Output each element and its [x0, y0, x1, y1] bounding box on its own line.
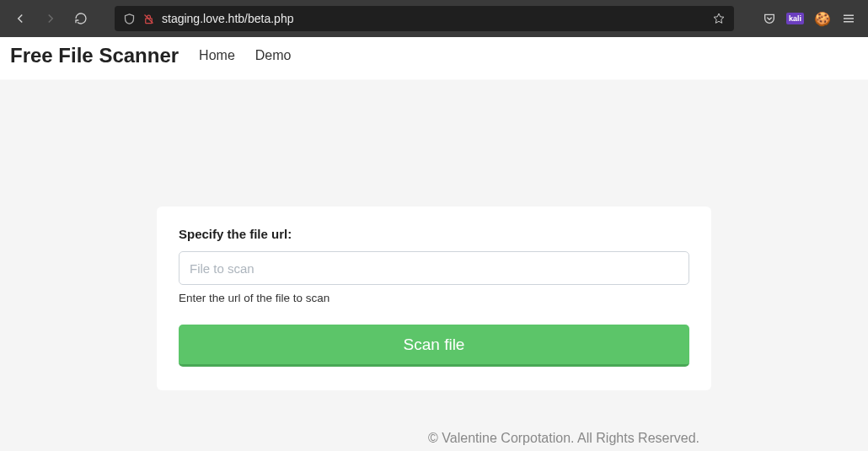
cookie-extension-icon[interactable]: 🍪: [814, 11, 831, 27]
back-button[interactable]: [7, 5, 34, 32]
main-area: Specify the file url: Enter the url of t…: [0, 80, 868, 451]
toolbar-right: kali 🍪: [763, 11, 861, 27]
file-url-input[interactable]: [179, 251, 689, 285]
form-card: Specify the file url: Enter the url of t…: [157, 207, 711, 390]
scan-file-button[interactable]: Scan file: [179, 325, 689, 367]
nav-link-demo[interactable]: Demo: [255, 48, 292, 63]
lock-insecure-icon: [142, 13, 155, 25]
menu-button[interactable]: [841, 11, 856, 26]
browser-toolbar: staging.love.htb/beta.php kali 🍪: [0, 0, 868, 37]
file-url-label: Specify the file url:: [179, 227, 689, 241]
file-url-help: Enter the url of the file to scan: [179, 292, 689, 304]
brand-title: Free File Scanner: [10, 44, 179, 67]
bookmark-star-icon[interactable]: [712, 12, 726, 25]
page-content: Free File Scanner Home Demo Specify the …: [0, 37, 868, 451]
footer-text: © Valentine Corpotation. All Rights Rese…: [0, 431, 868, 446]
forward-button[interactable]: [37, 5, 64, 32]
reload-button[interactable]: [67, 5, 94, 32]
shield-icon: [123, 13, 136, 25]
url-text: staging.love.htb/beta.php: [162, 12, 705, 25]
site-navbar: Free File Scanner Home Demo: [0, 37, 868, 80]
address-bar[interactable]: staging.love.htb/beta.php: [115, 6, 734, 31]
kali-extension-icon[interactable]: kali: [786, 13, 804, 24]
pocket-icon[interactable]: [763, 12, 776, 25]
nav-link-home[interactable]: Home: [199, 48, 235, 63]
